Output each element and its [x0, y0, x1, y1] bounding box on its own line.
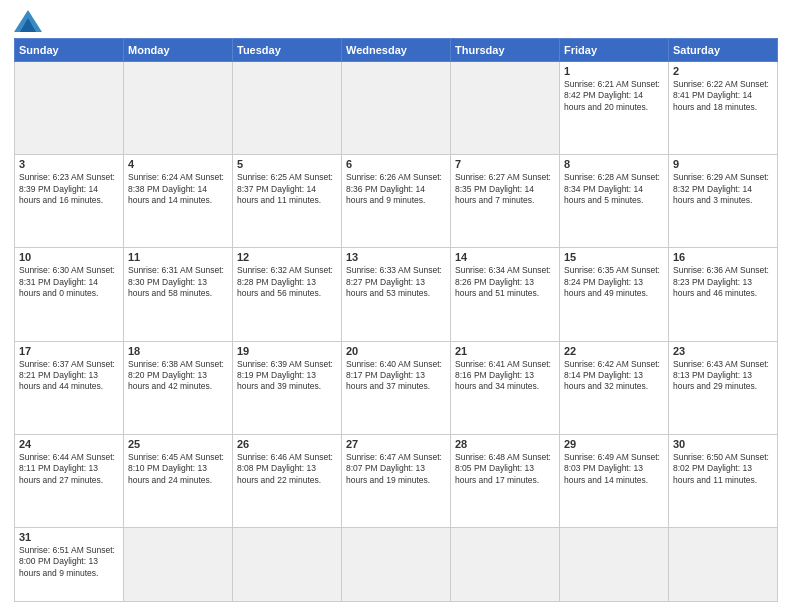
calendar-cell: 22Sunrise: 6:42 AM Sunset: 8:14 PM Dayli… — [560, 341, 669, 434]
day-info: Sunrise: 6:50 AM Sunset: 8:02 PM Dayligh… — [673, 452, 773, 486]
day-header-wednesday: Wednesday — [342, 39, 451, 62]
day-info: Sunrise: 6:26 AM Sunset: 8:36 PM Dayligh… — [346, 172, 446, 206]
day-number: 11 — [128, 251, 228, 263]
calendar-cell: 16Sunrise: 6:36 AM Sunset: 8:23 PM Dayli… — [669, 248, 778, 341]
day-number: 7 — [455, 158, 555, 170]
day-info: Sunrise: 6:29 AM Sunset: 8:32 PM Dayligh… — [673, 172, 773, 206]
calendar-cell: 4Sunrise: 6:24 AM Sunset: 8:38 PM Daylig… — [124, 155, 233, 248]
day-header-thursday: Thursday — [451, 39, 560, 62]
day-info: Sunrise: 6:41 AM Sunset: 8:16 PM Dayligh… — [455, 359, 555, 393]
calendar-cell — [451, 527, 560, 601]
day-info: Sunrise: 6:30 AM Sunset: 8:31 PM Dayligh… — [19, 265, 119, 299]
day-number: 1 — [564, 65, 664, 77]
day-info: Sunrise: 6:42 AM Sunset: 8:14 PM Dayligh… — [564, 359, 664, 393]
day-info: Sunrise: 6:23 AM Sunset: 8:39 PM Dayligh… — [19, 172, 119, 206]
day-number: 3 — [19, 158, 119, 170]
day-number: 23 — [673, 345, 773, 357]
calendar-cell: 7Sunrise: 6:27 AM Sunset: 8:35 PM Daylig… — [451, 155, 560, 248]
calendar-cell: 24Sunrise: 6:44 AM Sunset: 8:11 PM Dayli… — [15, 434, 124, 527]
calendar-cell — [669, 527, 778, 601]
day-header-sunday: Sunday — [15, 39, 124, 62]
day-number: 14 — [455, 251, 555, 263]
day-number: 26 — [237, 438, 337, 450]
day-info: Sunrise: 6:44 AM Sunset: 8:11 PM Dayligh… — [19, 452, 119, 486]
calendar-cell — [124, 62, 233, 155]
calendar-cell: 31Sunrise: 6:51 AM Sunset: 8:00 PM Dayli… — [15, 527, 124, 601]
day-number: 24 — [19, 438, 119, 450]
calendar-week-row: 3Sunrise: 6:23 AM Sunset: 8:39 PM Daylig… — [15, 155, 778, 248]
calendar-cell — [560, 527, 669, 601]
day-info: Sunrise: 6:51 AM Sunset: 8:00 PM Dayligh… — [19, 545, 119, 579]
day-header-saturday: Saturday — [669, 39, 778, 62]
calendar-cell: 9Sunrise: 6:29 AM Sunset: 8:32 PM Daylig… — [669, 155, 778, 248]
day-info: Sunrise: 6:49 AM Sunset: 8:03 PM Dayligh… — [564, 452, 664, 486]
day-number: 16 — [673, 251, 773, 263]
calendar-week-row: 10Sunrise: 6:30 AM Sunset: 8:31 PM Dayli… — [15, 248, 778, 341]
day-number: 6 — [346, 158, 446, 170]
day-number: 8 — [564, 158, 664, 170]
day-number: 17 — [19, 345, 119, 357]
day-info: Sunrise: 6:39 AM Sunset: 8:19 PM Dayligh… — [237, 359, 337, 393]
day-header-tuesday: Tuesday — [233, 39, 342, 62]
calendar-cell: 30Sunrise: 6:50 AM Sunset: 8:02 PM Dayli… — [669, 434, 778, 527]
day-number: 15 — [564, 251, 664, 263]
day-info: Sunrise: 6:28 AM Sunset: 8:34 PM Dayligh… — [564, 172, 664, 206]
day-number: 5 — [237, 158, 337, 170]
calendar-cell — [342, 527, 451, 601]
day-info: Sunrise: 6:47 AM Sunset: 8:07 PM Dayligh… — [346, 452, 446, 486]
calendar-cell: 11Sunrise: 6:31 AM Sunset: 8:30 PM Dayli… — [124, 248, 233, 341]
calendar-cell: 27Sunrise: 6:47 AM Sunset: 8:07 PM Dayli… — [342, 434, 451, 527]
calendar-cell: 8Sunrise: 6:28 AM Sunset: 8:34 PM Daylig… — [560, 155, 669, 248]
calendar-page: SundayMondayTuesdayWednesdayThursdayFrid… — [0, 0, 792, 612]
calendar-cell: 19Sunrise: 6:39 AM Sunset: 8:19 PM Dayli… — [233, 341, 342, 434]
calendar-cell: 28Sunrise: 6:48 AM Sunset: 8:05 PM Dayli… — [451, 434, 560, 527]
calendar-week-row: 24Sunrise: 6:44 AM Sunset: 8:11 PM Dayli… — [15, 434, 778, 527]
calendar-cell — [124, 527, 233, 601]
day-number: 9 — [673, 158, 773, 170]
calendar-cell: 2Sunrise: 6:22 AM Sunset: 8:41 PM Daylig… — [669, 62, 778, 155]
calendar-cell: 21Sunrise: 6:41 AM Sunset: 8:16 PM Dayli… — [451, 341, 560, 434]
day-info: Sunrise: 6:45 AM Sunset: 8:10 PM Dayligh… — [128, 452, 228, 486]
calendar-cell: 20Sunrise: 6:40 AM Sunset: 8:17 PM Dayli… — [342, 341, 451, 434]
day-info: Sunrise: 6:36 AM Sunset: 8:23 PM Dayligh… — [673, 265, 773, 299]
calendar-cell: 18Sunrise: 6:38 AM Sunset: 8:20 PM Dayli… — [124, 341, 233, 434]
day-info: Sunrise: 6:35 AM Sunset: 8:24 PM Dayligh… — [564, 265, 664, 299]
day-info: Sunrise: 6:43 AM Sunset: 8:13 PM Dayligh… — [673, 359, 773, 393]
day-number: 13 — [346, 251, 446, 263]
calendar-cell: 15Sunrise: 6:35 AM Sunset: 8:24 PM Dayli… — [560, 248, 669, 341]
day-number: 18 — [128, 345, 228, 357]
day-number: 27 — [346, 438, 446, 450]
day-number: 19 — [237, 345, 337, 357]
calendar-cell — [342, 62, 451, 155]
day-info: Sunrise: 6:32 AM Sunset: 8:28 PM Dayligh… — [237, 265, 337, 299]
day-number: 12 — [237, 251, 337, 263]
calendar-week-row: 1Sunrise: 6:21 AM Sunset: 8:42 PM Daylig… — [15, 62, 778, 155]
day-number: 21 — [455, 345, 555, 357]
day-number: 4 — [128, 158, 228, 170]
day-info: Sunrise: 6:27 AM Sunset: 8:35 PM Dayligh… — [455, 172, 555, 206]
calendar-header-row: SundayMondayTuesdayWednesdayThursdayFrid… — [15, 39, 778, 62]
day-number: 22 — [564, 345, 664, 357]
calendar-cell: 23Sunrise: 6:43 AM Sunset: 8:13 PM Dayli… — [669, 341, 778, 434]
calendar-cell: 3Sunrise: 6:23 AM Sunset: 8:39 PM Daylig… — [15, 155, 124, 248]
logo-icon — [14, 10, 42, 32]
day-info: Sunrise: 6:37 AM Sunset: 8:21 PM Dayligh… — [19, 359, 119, 393]
day-number: 20 — [346, 345, 446, 357]
calendar-cell: 14Sunrise: 6:34 AM Sunset: 8:26 PM Dayli… — [451, 248, 560, 341]
day-number: 28 — [455, 438, 555, 450]
day-info: Sunrise: 6:46 AM Sunset: 8:08 PM Dayligh… — [237, 452, 337, 486]
calendar-cell — [233, 527, 342, 601]
day-number: 31 — [19, 531, 119, 543]
calendar-cell: 6Sunrise: 6:26 AM Sunset: 8:36 PM Daylig… — [342, 155, 451, 248]
day-info: Sunrise: 6:24 AM Sunset: 8:38 PM Dayligh… — [128, 172, 228, 206]
day-info: Sunrise: 6:25 AM Sunset: 8:37 PM Dayligh… — [237, 172, 337, 206]
calendar-cell — [451, 62, 560, 155]
calendar-week-row: 17Sunrise: 6:37 AM Sunset: 8:21 PM Dayli… — [15, 341, 778, 434]
day-info: Sunrise: 6:31 AM Sunset: 8:30 PM Dayligh… — [128, 265, 228, 299]
day-info: Sunrise: 6:38 AM Sunset: 8:20 PM Dayligh… — [128, 359, 228, 393]
calendar-cell: 13Sunrise: 6:33 AM Sunset: 8:27 PM Dayli… — [342, 248, 451, 341]
day-info: Sunrise: 6:48 AM Sunset: 8:05 PM Dayligh… — [455, 452, 555, 486]
day-info: Sunrise: 6:34 AM Sunset: 8:26 PM Dayligh… — [455, 265, 555, 299]
calendar-cell: 10Sunrise: 6:30 AM Sunset: 8:31 PM Dayli… — [15, 248, 124, 341]
day-info: Sunrise: 6:40 AM Sunset: 8:17 PM Dayligh… — [346, 359, 446, 393]
